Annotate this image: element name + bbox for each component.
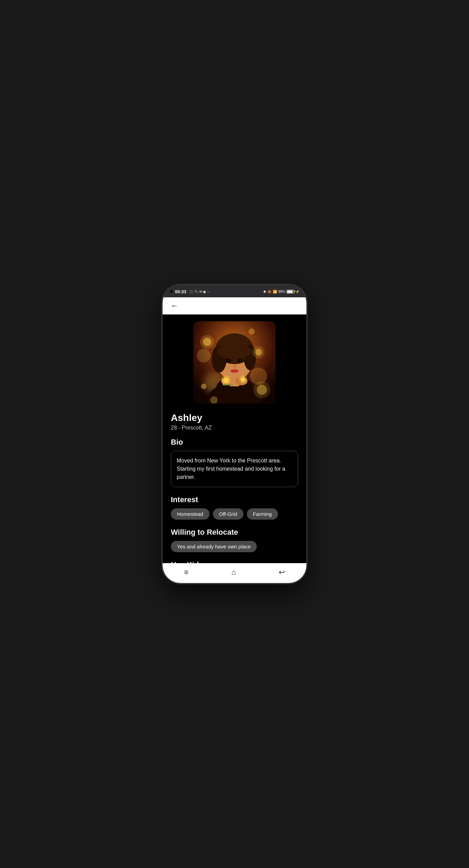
battery-indicator bbox=[287, 290, 294, 294]
bio-label: Bio bbox=[171, 438, 298, 447]
phone-screen: 00:33 ⬛ 🔌 ✉ ◉ ··· ✱ 🔕 📶 99% bbox=[163, 285, 306, 583]
relocate-label: Willing to Relocate bbox=[171, 528, 298, 537]
back-nav-button[interactable]: ↩ bbox=[273, 567, 290, 578]
svg-point-19 bbox=[221, 375, 231, 385]
interest-tags: Homestead Off-Grid Farming bbox=[171, 508, 298, 520]
mute-icon: 🔕 bbox=[267, 290, 271, 294]
bio-text: Moved from New York to the Prescott area… bbox=[171, 451, 298, 487]
kids-section: Has Kids bbox=[171, 560, 298, 563]
battery-percent: 99% bbox=[278, 290, 285, 294]
profile-image-container bbox=[163, 314, 306, 407]
usb-icon: 🔌 bbox=[194, 290, 198, 294]
vpn-icon: ◉ bbox=[203, 290, 206, 294]
svg-point-30 bbox=[210, 396, 218, 404]
svg-point-14 bbox=[233, 365, 236, 368]
camera-notch bbox=[169, 289, 174, 294]
status-icons-right: ✱ 🔕 📶 99% ⚡ bbox=[263, 290, 300, 294]
battery-box bbox=[287, 290, 294, 294]
more-icon: ··· bbox=[207, 290, 210, 294]
svg-point-11 bbox=[217, 344, 252, 359]
svg-point-15 bbox=[230, 369, 239, 373]
top-nav: ← bbox=[163, 297, 306, 314]
profile-photo bbox=[193, 321, 276, 404]
phone-device: 00:33 ⬛ 🔌 ✉ ◉ ··· ✱ 🔕 📶 99% bbox=[163, 285, 306, 583]
back-button[interactable]: ← bbox=[169, 301, 180, 311]
bottom-nav: ≡ ⌂ ↩ bbox=[163, 563, 306, 583]
svg-point-12 bbox=[226, 359, 231, 363]
interest-section: Interest Homestead Off-Grid Farming bbox=[171, 495, 298, 520]
bio-section: Bio Moved from New York to the Prescott … bbox=[171, 438, 298, 487]
kids-label: Has Kids bbox=[171, 560, 298, 563]
profile-info: Ashley 28 - Prescott, AZ Bio Moved from … bbox=[163, 407, 306, 563]
bluetooth-icon: ✱ bbox=[263, 290, 266, 294]
svg-point-3 bbox=[197, 349, 211, 362]
svg-point-25 bbox=[252, 346, 265, 358]
content-scroll[interactable]: Ashley 28 - Prescott, AZ Bio Moved from … bbox=[163, 314, 306, 563]
svg-point-23 bbox=[200, 335, 214, 349]
status-left: 00:33 ⬛ 🔌 ✉ ◉ ··· bbox=[169, 289, 210, 294]
sim-icon: ⬛ bbox=[189, 290, 193, 294]
wifi-icon: 📶 bbox=[273, 290, 277, 294]
menu-button[interactable]: ≡ bbox=[179, 567, 194, 578]
status-icons-left: ⬛ 🔌 ✉ ◉ ··· bbox=[189, 290, 210, 294]
status-bar: 00:33 ⬛ 🔌 ✉ ◉ ··· ✱ 🔕 📶 99% bbox=[163, 285, 306, 297]
svg-point-27 bbox=[253, 381, 270, 398]
profile-name: Ashley bbox=[171, 412, 298, 423]
charging-icon: ⚡ bbox=[295, 290, 300, 294]
tag-farming: Farming bbox=[247, 508, 278, 520]
svg-rect-31 bbox=[223, 384, 233, 385]
svg-point-28 bbox=[201, 384, 206, 389]
relocate-section: Willing to Relocate Yes and already have… bbox=[171, 528, 298, 552]
tag-homestead: Homestead bbox=[171, 508, 210, 520]
interest-label: Interest bbox=[171, 495, 298, 504]
svg-point-29 bbox=[249, 328, 255, 335]
home-button[interactable]: ⌂ bbox=[226, 567, 241, 578]
profile-meta: 28 - Prescott, AZ bbox=[171, 425, 298, 431]
tag-offgrid: Off-Grid bbox=[213, 508, 243, 520]
status-time: 00:33 bbox=[175, 289, 186, 294]
relocate-value: Yes and already have own place bbox=[171, 541, 257, 552]
svg-point-13 bbox=[238, 359, 243, 363]
svg-point-21 bbox=[239, 375, 247, 384]
msg-icon: ✉ bbox=[199, 290, 202, 294]
battery-fill bbox=[287, 290, 293, 293]
